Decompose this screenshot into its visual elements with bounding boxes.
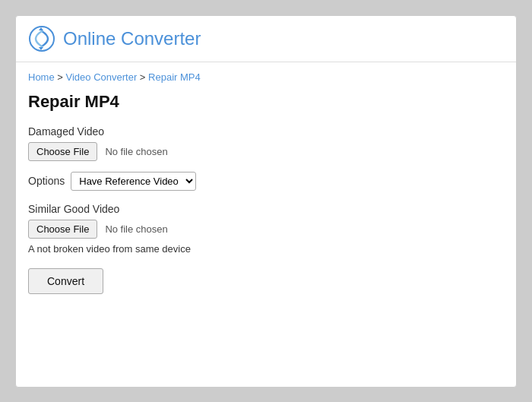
damaged-video-label: Damaged Video <box>28 125 504 138</box>
app-title: Online Converter <box>63 28 201 49</box>
options-select[interactable]: Have Reference Video No Reference Video <box>71 172 196 191</box>
breadcrumb-video-converter[interactable]: Video Converter <box>66 71 138 83</box>
main-window: Online Converter Home > Video Converter … <box>15 15 517 388</box>
damaged-video-file-row: Choose File No file chosen <box>28 142 504 161</box>
svg-marker-2 <box>39 47 43 50</box>
breadcrumb-sep2: > <box>137 71 148 83</box>
content-area: Home > Video Converter > Repair MP4 Repa… <box>16 62 516 309</box>
svg-marker-1 <box>39 27 43 30</box>
damaged-video-choose-file-button[interactable]: Choose File <box>28 142 97 161</box>
similar-good-video-label: Similar Good Video <box>28 203 504 215</box>
similar-good-video-hint: A not broken video from same device <box>28 243 504 255</box>
page-title: Repair MP4 <box>28 92 504 112</box>
breadcrumb: Home > Video Converter > Repair MP4 <box>28 71 504 83</box>
similar-good-video-no-file-text: No file chosen <box>105 223 167 235</box>
options-row: Options Have Reference Video No Referenc… <box>28 172 504 191</box>
app-icon <box>28 25 55 52</box>
damaged-video-no-file-text: No file chosen <box>105 146 167 157</box>
header: Online Converter <box>16 16 516 62</box>
similar-good-video-file-row: Choose File No file chosen <box>28 220 504 239</box>
breadcrumb-home[interactable]: Home <box>28 71 55 83</box>
options-label: Options <box>28 175 65 187</box>
breadcrumb-current[interactable]: Repair MP4 <box>148 71 201 83</box>
convert-button[interactable]: Convert <box>28 268 103 294</box>
similar-good-video-choose-file-button[interactable]: Choose File <box>28 220 97 239</box>
breadcrumb-sep1: > <box>55 71 66 83</box>
